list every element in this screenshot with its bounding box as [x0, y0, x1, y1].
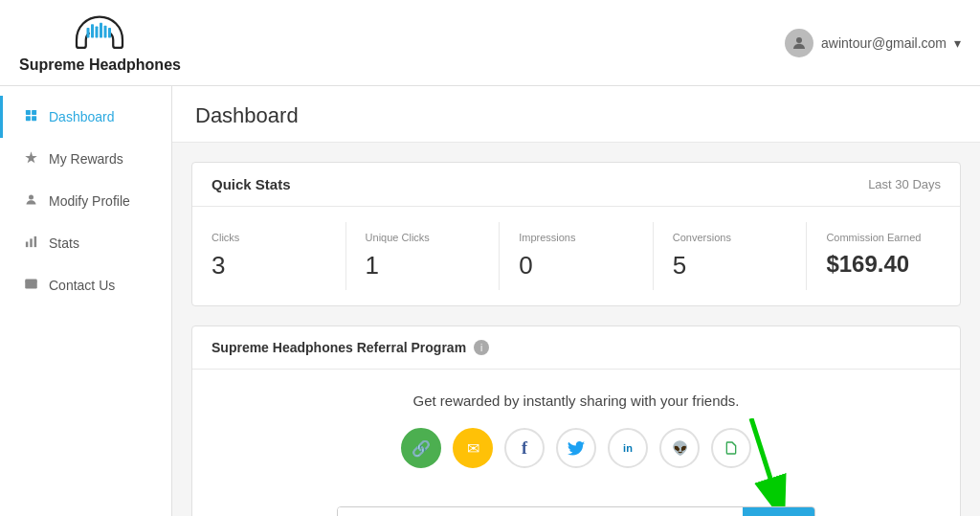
- stats-icon: [22, 235, 39, 252]
- sidebar-item-modify-profile[interactable]: Modify Profile: [0, 180, 171, 222]
- sidebar-label-stats: Stats: [49, 236, 79, 251]
- stat-unique-clicks-label: Unique Clicks: [366, 232, 480, 243]
- share-reddit-button[interactable]: 👽: [659, 428, 700, 468]
- sidebar: Dashboard My Rewards Modify Profile Stat…: [0, 86, 172, 516]
- stat-unique-clicks-value: 1: [366, 251, 480, 280]
- stat-conversions-label: Conversions: [673, 232, 788, 243]
- share-twitter-button[interactable]: [556, 428, 596, 468]
- referral-card: Supreme Headphones Referral Program i Ge…: [191, 325, 961, 516]
- sidebar-label-my-rewards: My Rewards: [49, 151, 123, 167]
- user-menu[interactable]: awintour@gmail.com ▾: [785, 29, 961, 57]
- url-row: COPY: [337, 506, 815, 516]
- svg-rect-0: [87, 28, 90, 38]
- sidebar-item-contact-us[interactable]: Contact Us: [0, 264, 171, 306]
- referral-url-input[interactable]: [338, 507, 743, 516]
- sidebar-item-dashboard[interactable]: Dashboard: [0, 96, 171, 138]
- referral-title: Supreme Headphones Referral Program: [212, 340, 466, 355]
- quick-stats-card: Quick Stats Last 30 Days Clicks 3 Unique…: [191, 162, 961, 306]
- stat-conversions: Conversions 5: [654, 222, 808, 290]
- header: Supreme Headphones awintour@gmail.com ▾: [0, 0, 980, 86]
- info-icon[interactable]: i: [474, 340, 489, 355]
- referral-header: Supreme Headphones Referral Program i: [192, 326, 960, 370]
- sidebar-item-stats[interactable]: Stats: [0, 222, 171, 264]
- referral-body: Get rewarded by instantly sharing with y…: [192, 370, 960, 516]
- contact-icon: [22, 277, 39, 294]
- svg-rect-15: [25, 280, 37, 289]
- user-avatar: [785, 29, 813, 57]
- stat-commission-value: $169.40: [826, 251, 941, 278]
- user-email: awintour@gmail.com: [821, 35, 947, 51]
- svg-point-11: [29, 195, 33, 200]
- svg-rect-5: [108, 28, 111, 38]
- share-email-button[interactable]: ✉: [453, 428, 493, 468]
- share-linkedin-button[interactable]: in: [608, 428, 648, 468]
- dropdown-chevron: ▾: [954, 35, 961, 51]
- sidebar-item-my-rewards[interactable]: My Rewards: [0, 138, 171, 180]
- dashboard-icon: [22, 108, 39, 125]
- svg-line-17: [751, 418, 785, 516]
- sidebar-label-dashboard: Dashboard: [49, 109, 115, 124]
- svg-rect-10: [32, 116, 36, 121]
- sidebar-label-modify-profile: Modify Profile: [49, 193, 130, 209]
- stats-row: Clicks 3 Unique Clicks 1 Impressions 0 C…: [192, 207, 960, 305]
- svg-rect-13: [30, 238, 33, 247]
- layout: Dashboard My Rewards Modify Profile Stat…: [0, 86, 980, 516]
- sidebar-label-contact-us: Contact Us: [49, 278, 115, 293]
- svg-rect-2: [96, 26, 99, 37]
- svg-rect-14: [33, 236, 36, 247]
- share-facebook-button[interactable]: f: [504, 428, 545, 468]
- copy-button[interactable]: COPY: [743, 507, 814, 516]
- stat-impressions-value: 0: [519, 251, 634, 280]
- share-link-button[interactable]: 🔗: [401, 428, 441, 468]
- quick-stats-header: Quick Stats Last 30 Days: [192, 163, 960, 207]
- stat-clicks-label: Clicks: [212, 232, 326, 243]
- brand-logo: [71, 11, 128, 55]
- svg-rect-8: [32, 110, 36, 115]
- stat-commission-label: Commission Earned: [826, 232, 941, 243]
- stat-conversions-value: 5: [673, 251, 788, 280]
- share-buttons: 🔗 ✉ f in 👽: [401, 428, 751, 468]
- stat-impressions-label: Impressions: [519, 232, 634, 243]
- quick-stats-period: Last 30 Days: [868, 177, 941, 191]
- stat-unique-clicks: Unique Clicks 1: [346, 222, 501, 290]
- content-area: Quick Stats Last 30 Days Clicks 3 Unique…: [172, 143, 980, 516]
- quick-stats-title: Quick Stats: [212, 176, 291, 192]
- referral-tagline: Get rewarded by instantly sharing with y…: [212, 393, 941, 409]
- svg-rect-7: [25, 110, 30, 115]
- rewards-icon: [22, 150, 39, 168]
- svg-rect-9: [25, 116, 30, 121]
- svg-rect-12: [25, 242, 28, 248]
- svg-rect-4: [104, 26, 107, 38]
- main-content: Dashboard Quick Stats Last 30 Days Click…: [172, 86, 980, 516]
- stat-clicks: Clicks 3: [192, 222, 346, 290]
- svg-rect-3: [100, 23, 102, 38]
- stat-impressions: Impressions 0: [500, 222, 654, 290]
- profile-icon: [22, 192, 39, 210]
- stat-commission: Commission Earned $169.40: [807, 222, 960, 290]
- brand-name: Supreme Headphones: [19, 56, 181, 74]
- brand: Supreme Headphones: [19, 11, 181, 74]
- stat-clicks-value: 3: [212, 251, 326, 280]
- svg-rect-1: [91, 24, 94, 37]
- page-title: Dashboard: [172, 86, 980, 143]
- share-gdoc-button[interactable]: [711, 428, 751, 468]
- svg-point-6: [796, 37, 802, 43]
